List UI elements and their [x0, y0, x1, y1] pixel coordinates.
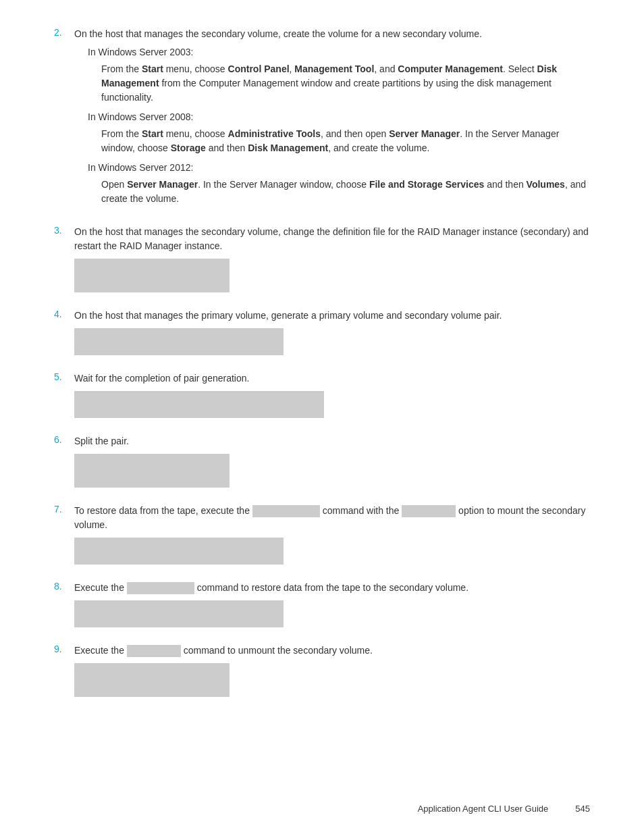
step-text-8: Execute the command to restore data from…: [74, 581, 590, 595]
step-2-subsections: In Windows Server 2003: From the Start m…: [88, 45, 590, 206]
step-number-5: 5.: [54, 371, 74, 382]
step-number-8: 8.: [54, 581, 74, 592]
step-text-7: To restore data from the tape, execute t…: [74, 504, 590, 532]
step-text-4: On the host that manages the primary vol…: [74, 309, 590, 323]
code-block-3: [74, 259, 230, 292]
code-block-6: [74, 454, 230, 488]
step-text-3: On the host that manages the secondary v…: [74, 225, 590, 253]
step-number-2: 2.: [54, 27, 74, 38]
step-number-4: 4.: [54, 309, 74, 319]
step-body-7: To restore data from the tape, execute t…: [74, 504, 590, 567]
code-block-7: [74, 538, 284, 565]
step-4: 4. On the host that manages the primary …: [54, 309, 590, 358]
step-body-4: On the host that manages the primary vol…: [74, 309, 590, 358]
step-text-6: Split the pair.: [74, 434, 590, 448]
sub-text-2008: From the Start menu, choose Administrati…: [101, 127, 590, 155]
step-8: 8. Execute the command to restore data f…: [54, 581, 590, 630]
step-number-6: 6.: [54, 434, 74, 445]
step-7: 7. To restore data from the tape, execut…: [54, 504, 590, 567]
step-body-6: Split the pair.: [74, 434, 590, 490]
code-block-4: [74, 328, 284, 355]
footer-title: Application Agent CLI User Guide: [418, 804, 549, 814]
step-2: 2. On the host that manages the secondar…: [54, 27, 590, 211]
step-body-3: On the host that manages the secondary v…: [74, 225, 590, 295]
step-3: 3. On the host that manages the secondar…: [54, 225, 590, 295]
step-text-5: Wait for the completion of pair generati…: [74, 371, 590, 386]
step-text-2: On the host that manages the secondary v…: [74, 27, 590, 41]
code-block-8: [74, 600, 284, 627]
code-block-9: [74, 663, 230, 697]
step-body-9: Execute the command to unmount the secon…: [74, 644, 590, 700]
step-5: 5. Wait for the completion of pair gener…: [54, 371, 590, 421]
step-9: 9. Execute the command to unmount the se…: [54, 644, 590, 700]
step-number-3: 3.: [54, 225, 74, 236]
inline-code-7a: [252, 505, 320, 517]
sub-label-2003: In Windows Server 2003:: [88, 45, 590, 59]
inline-code-8: [127, 582, 194, 594]
inline-code-9: [127, 645, 181, 657]
sub-label-2008: In Windows Server 2008:: [88, 110, 590, 124]
step-body-2: On the host that manages the secondary v…: [74, 27, 590, 211]
footer-page: 545: [575, 804, 590, 814]
sub-text-2012: Open Server Manager. In the Server Manag…: [101, 178, 590, 206]
step-body-8: Execute the command to restore data from…: [74, 581, 590, 630]
footer: Application Agent CLI User Guide 545: [418, 804, 590, 814]
step-text-9: Execute the command to unmount the secon…: [74, 644, 590, 658]
step-6: 6. Split the pair.: [54, 434, 590, 490]
step-body-5: Wait for the completion of pair generati…: [74, 371, 590, 421]
sub-text-2003: From the Start menu, choose Control Pane…: [101, 62, 590, 105]
sub-label-2012: In Windows Server 2012:: [88, 161, 590, 175]
code-block-5: [74, 391, 324, 418]
page-content: 2. On the host that manages the secondar…: [0, 0, 644, 754]
inline-code-7b: [402, 505, 456, 517]
step-number-7: 7.: [54, 504, 74, 515]
step-number-9: 9.: [54, 644, 74, 654]
